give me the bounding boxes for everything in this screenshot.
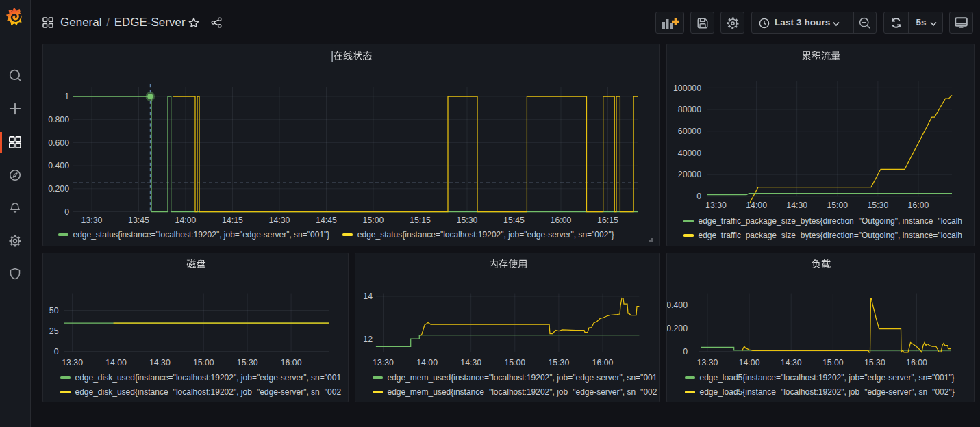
svg-text:16:00: 16:00 (908, 200, 929, 210)
svg-text:0.200: 0.200 (667, 324, 688, 333)
svg-text:50: 50 (49, 306, 59, 315)
svg-text:25: 25 (49, 326, 59, 336)
svg-text:16:15: 16:15 (597, 216, 618, 225)
svg-text:13:30: 13:30 (62, 358, 83, 367)
svg-text:16:00: 16:00 (592, 358, 614, 367)
svg-text:20000: 20000 (678, 170, 701, 179)
svg-text:13:30: 13:30 (697, 358, 718, 367)
svg-text:14:30: 14:30 (149, 358, 171, 367)
svg-text:0.600: 0.600 (48, 138, 69, 148)
svg-text:100000: 100000 (673, 83, 701, 93)
svg-text:14:00: 14:00 (739, 358, 760, 367)
svg-text:14:30: 14:30 (781, 358, 802, 367)
svg-text:0.200: 0.200 (48, 184, 69, 194)
svg-text:14:00: 14:00 (105, 358, 127, 367)
svg-text:13:30: 13:30 (705, 200, 727, 210)
svg-text:16:00: 16:00 (281, 358, 302, 367)
svg-text:1: 1 (64, 92, 69, 101)
svg-text:60000: 60000 (678, 127, 701, 136)
svg-text:13:30: 13:30 (373, 358, 394, 367)
svg-text:15:45: 15:45 (503, 216, 525, 225)
svg-text:14:15: 14:15 (222, 216, 243, 225)
svg-text:14:30: 14:30 (460, 358, 481, 367)
svg-text:0: 0 (54, 347, 59, 357)
svg-text:15:30: 15:30 (868, 200, 889, 210)
svg-text:16:00: 16:00 (906, 358, 927, 367)
svg-text:15:30: 15:30 (864, 358, 885, 367)
svg-text:15:30: 15:30 (549, 358, 570, 367)
svg-text:15:30: 15:30 (237, 358, 258, 367)
svg-text:15:00: 15:00 (827, 200, 848, 210)
svg-text:14:00: 14:00 (416, 358, 438, 367)
svg-text:15:15: 15:15 (410, 216, 431, 225)
svg-text:13:30: 13:30 (81, 216, 103, 225)
svg-text:80000: 80000 (678, 105, 701, 114)
svg-text:14: 14 (363, 292, 373, 301)
svg-text:15:00: 15:00 (504, 358, 525, 367)
svg-text:15:00: 15:00 (363, 216, 384, 225)
svg-text:14:00: 14:00 (175, 216, 197, 225)
svg-text:14:45: 14:45 (316, 216, 337, 225)
svg-text:12: 12 (363, 335, 373, 344)
svg-text:14:00: 14:00 (746, 200, 767, 210)
svg-text:15:00: 15:00 (822, 358, 844, 367)
svg-text:0.400: 0.400 (48, 161, 69, 170)
svg-text:15:00: 15:00 (193, 358, 214, 367)
svg-text:13:45: 13:45 (128, 216, 149, 225)
svg-text:15:30: 15:30 (457, 216, 478, 225)
svg-text:0: 0 (696, 192, 701, 201)
svg-text:16:00: 16:00 (551, 216, 572, 225)
svg-text:14:30: 14:30 (786, 200, 807, 210)
svg-text:0: 0 (683, 347, 688, 357)
svg-text:0.800: 0.800 (48, 115, 69, 125)
svg-text:40000: 40000 (678, 148, 701, 158)
svg-text:0: 0 (64, 207, 69, 217)
svg-text:0.400: 0.400 (667, 300, 688, 310)
svg-text:14:30: 14:30 (269, 216, 290, 225)
